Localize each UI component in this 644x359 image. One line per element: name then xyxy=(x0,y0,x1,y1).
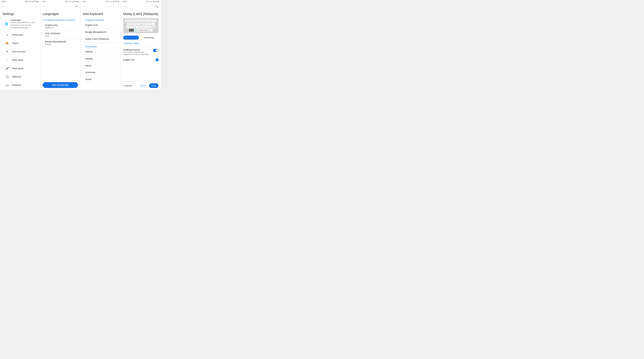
status-bar-4: 10:19 60ₘ ❄ ⊙ .ull 57% ▮ xyxy=(121,0,161,3)
keyboard-preview: qwertyuiopasdfghjklyzxcvbnm⌫?123🌐Bahasa … xyxy=(123,18,158,33)
suggested-lang-2[interactable]: Malay (Latin) (Malaysia) xyxy=(83,36,118,42)
key-h[interactable]: h xyxy=(142,22,145,25)
settings-item-glide-typing[interactable]: ~ Glide typing xyxy=(2,56,38,64)
all-lang-1[interactable]: Aborlan xyxy=(83,55,118,62)
settings-panel: 10:19 60ₘ ❄ ⊙ .ull 57% ▮ ← ⋮ Settings 🌐 … xyxy=(0,0,40,90)
key-j[interactable]: j xyxy=(146,22,148,25)
key-p[interactable]: p xyxy=(154,20,156,22)
lang-layout-0: QWERTY xyxy=(45,27,76,29)
key-g[interactable]: g xyxy=(140,22,142,25)
key-i[interactable]: i xyxy=(148,20,150,22)
toolbar-4: ← 🔍 xyxy=(121,3,161,10)
kb-bottom-key-3[interactable]: ↩ xyxy=(150,29,152,32)
key-s[interactable]: s xyxy=(130,22,133,25)
edit-button[interactable]: ✏ xyxy=(74,4,78,8)
key-b[interactable]: b xyxy=(142,26,145,28)
key-r[interactable]: r xyxy=(135,20,138,22)
english-us-row: English (US) ✓ xyxy=(121,57,161,62)
settings-item-voice-typing[interactable]: 🎤 Voice typing xyxy=(2,64,38,72)
key-f[interactable]: f xyxy=(136,22,139,25)
key-m[interactable]: m xyxy=(148,26,151,28)
layout-label-handwriting: Handwriting xyxy=(144,36,154,39)
settings-icon-0: 🌐 xyxy=(5,22,8,26)
radio-handwriting[interactable] xyxy=(140,36,143,39)
kb-bottom-key-0[interactable]: ?123 xyxy=(129,29,134,32)
key-x[interactable]: x xyxy=(132,26,135,28)
language-settings-link[interactable]: Language settings xyxy=(121,41,161,46)
english-us-checkbox[interactable]: ✓ xyxy=(156,58,158,61)
all-lang-3[interactable]: Acehnese xyxy=(83,69,118,76)
key-l[interactable]: l xyxy=(152,22,155,25)
kb-row-2: yzxcvbnm⌫ xyxy=(124,26,157,28)
add-keyboard-button[interactable]: ADD KEYBOARD xyxy=(43,82,78,88)
key-y[interactable]: y xyxy=(141,20,144,22)
add-keyboard-list: Suggested languagesEnglish (US)Bangla (B… xyxy=(80,17,120,90)
all-lang-4[interactable]: Acholi xyxy=(83,76,118,83)
settings-subtitle-0: English (US) (QWERTY), Urdu (Pakistan) (… xyxy=(10,22,35,29)
settings-item-text-correction[interactable]: A Text correction xyxy=(2,48,38,56)
settings-item-languages[interactable]: 🌐 Languages English (US) (QWERTY), Urdu … xyxy=(2,17,38,31)
language-entry-2[interactable]: Bangla (Bangladesh) Bangla xyxy=(43,39,78,47)
multilingual-toggle[interactable] xyxy=(153,49,158,52)
kb-bottom-row: ?123🌐Bahasa Melayu↩ xyxy=(124,29,157,32)
english-us-label: English (US) xyxy=(123,59,135,61)
kb-bottom-key-2[interactable]: Bahasa Melayu xyxy=(138,29,149,32)
all-lang-2[interactable]: Abron xyxy=(83,62,118,69)
back-button-1[interactable]: ← xyxy=(2,4,6,8)
toolbar-1: ← ⋮ xyxy=(0,3,40,10)
status-icons-4: 60ₘ ❄ ⊙ .ull 57% ▮ xyxy=(146,1,159,2)
key-k[interactable]: k xyxy=(149,22,152,25)
settings-item-theme[interactable]: 🎨 Theme xyxy=(2,39,38,48)
key-t[interactable]: t xyxy=(138,20,141,22)
settings-item-clipboard[interactable]: 📋 Clipboard xyxy=(2,72,38,81)
toolbar-2: ← ✏ xyxy=(40,3,80,10)
cancel-button[interactable]: Cancel xyxy=(138,83,148,88)
time-3: 10:19 xyxy=(82,1,86,2)
settings-icon-3: A xyxy=(5,49,10,54)
key-z[interactable]: z xyxy=(130,26,132,28)
settings-item-emojis,-stickers-&-gifs[interactable]: 😊 Emojis, Stickers & GIFs xyxy=(2,89,38,90)
done-button[interactable]: Done xyxy=(149,83,158,88)
qwerty-selected-btn[interactable]: ✓ QWERTY xyxy=(123,36,139,40)
settings-title-3: Text correction xyxy=(12,50,26,53)
key-v[interactable]: v xyxy=(139,26,142,28)
add-keyboard-title: Add keyboard xyxy=(80,10,120,17)
settings-text-3: Text correction xyxy=(12,50,26,53)
languages-title: Languages xyxy=(40,10,80,17)
language-entry-0[interactable]: English (US) QWERTY xyxy=(43,22,78,30)
key-d[interactable]: d xyxy=(133,22,136,25)
settings-text-4: Glide typing xyxy=(12,59,23,61)
settings-item-preferences[interactable]: ≡ Preferences xyxy=(2,31,38,39)
key-a[interactable]: a xyxy=(127,22,130,25)
languages-panel: 10:19 60ₘ ❄ ⊙ .ull 57% ▮ ← ✏ Languages Y… xyxy=(40,0,80,90)
back-button-4[interactable]: ← xyxy=(122,4,127,8)
settings-title-1: Preferences xyxy=(12,34,23,36)
key-w[interactable]: w xyxy=(128,20,131,22)
key-e[interactable]: e xyxy=(132,20,134,22)
search-button[interactable]: 🔍 xyxy=(155,4,159,8)
back-button-2[interactable]: ← xyxy=(42,4,46,8)
key-n[interactable]: n xyxy=(145,26,148,28)
layout-option-qwerty[interactable]: ✓ QWERTY xyxy=(123,36,139,40)
settings-icon-6: 📋 xyxy=(5,74,10,79)
malay-title: Malay (Latin) (Malaysia) xyxy=(121,10,161,17)
suggested-lang-0[interactable]: English (US) xyxy=(83,22,118,28)
multilingual-row: Multilingual typing Automatically displa… xyxy=(121,47,161,57)
key-q[interactable]: q xyxy=(125,20,128,22)
key-y[interactable]: y xyxy=(126,26,129,28)
key-c[interactable]: c xyxy=(136,26,138,28)
back-button-3[interactable]: ← xyxy=(82,4,86,8)
layout-option-handwriting[interactable]: Handwriting xyxy=(140,36,154,39)
key-⌫[interactable]: ⌫ xyxy=(152,26,155,28)
all-lang-0[interactable]: Abkhaz xyxy=(83,48,118,55)
settings-item-dictionary[interactable]: 📖 Dictionary xyxy=(2,81,38,89)
key-o[interactable]: o xyxy=(150,20,153,22)
languages-list: English (US) QWERTY Urdu (Pakistan) Urdu… xyxy=(40,22,80,80)
kb-bottom-key-1[interactable]: 🌐 xyxy=(134,29,138,32)
settings-icon-4: ~ xyxy=(5,58,10,62)
language-entry-1[interactable]: Urdu (Pakistan) Urdu xyxy=(43,30,78,39)
all-languages-label: All languages xyxy=(83,44,118,48)
more-button[interactable]: ⋮ xyxy=(34,4,38,8)
key-u[interactable]: u xyxy=(144,20,147,22)
suggested-lang-1[interactable]: Bangla (Bangladesh) xyxy=(83,28,118,36)
